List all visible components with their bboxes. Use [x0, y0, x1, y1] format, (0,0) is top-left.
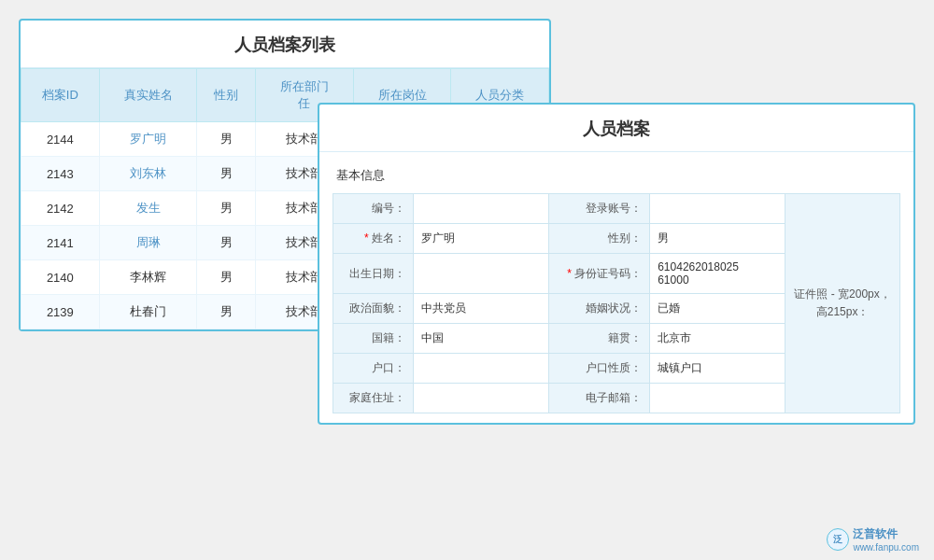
address-label: 家庭住址：	[333, 384, 414, 413]
cell-name[interactable]: 罗广明	[99, 122, 197, 157]
watermark-text: 泛普软件 www.fanpu.com	[853, 526, 919, 553]
id-label: 编号：	[333, 194, 414, 224]
cell-id: 2142	[21, 191, 100, 226]
watermark-logo: 泛	[827, 528, 849, 551]
name-value: 罗广明	[413, 224, 548, 254]
hukou-type-value: 城镇户口	[650, 354, 785, 384]
marital-value: 已婚	[650, 294, 785, 324]
cell-name[interactable]: 周琳	[99, 226, 197, 260]
col-header-gender: 性别	[197, 69, 256, 122]
detail-content: 基本信息 编号： 登录账号： 证件照 - 宽200px，高215px： 姓名： …	[319, 152, 913, 423]
photo-cell: 证件照 - 宽200px，高215px：	[785, 194, 900, 413]
hukou-type-label: 户口性质：	[548, 354, 649, 384]
cell-gender: 男	[197, 260, 256, 295]
login-value	[650, 194, 785, 224]
nation-value: 中国	[413, 324, 548, 354]
hukou-label: 户口：	[333, 354, 414, 384]
login-label: 登录账号：	[548, 194, 649, 224]
col-header-name: 真实姓名	[99, 69, 197, 122]
email-value	[650, 384, 785, 413]
watermark-brand: 泛普软件	[853, 526, 919, 542]
cell-id: 2139	[21, 295, 100, 329]
gender-label: 性别：	[548, 224, 649, 254]
cell-gender: 男	[197, 157, 256, 191]
marital-label: 婚姻状况：	[548, 294, 649, 324]
id-card-value: 610426201802561000	[650, 254, 785, 294]
cell-name: 李林辉	[99, 260, 197, 295]
cell-name: 杜春门	[99, 295, 197, 329]
list-panel-title: 人员档案列表	[21, 21, 549, 68]
cell-gender: 男	[197, 191, 256, 226]
id-value	[413, 194, 548, 224]
politics-value: 中共党员	[413, 294, 548, 324]
cell-id: 2143	[21, 157, 100, 191]
politics-label: 政治面貌：	[333, 294, 414, 324]
cell-gender: 男	[197, 122, 256, 157]
cell-gender: 男	[197, 295, 256, 329]
cell-gender: 男	[197, 226, 256, 260]
detail-panel: 人员档案 基本信息 编号： 登录账号： 证件照 - 宽200px，高215px：…	[318, 103, 915, 425]
hukou-value	[413, 354, 548, 384]
cell-name[interactable]: 发生	[99, 191, 197, 226]
nation-label: 国籍：	[333, 324, 414, 354]
cell-id: 2140	[21, 260, 100, 295]
photo-hint-text: 证件照 - 宽200px，高215px：	[794, 287, 890, 318]
detail-table: 编号： 登录账号： 证件照 - 宽200px，高215px： 姓名： 罗广明 性…	[333, 193, 900, 413]
native-value: 北京市	[650, 324, 785, 354]
address-value	[413, 384, 548, 413]
gender-value: 男	[650, 224, 785, 254]
cell-name[interactable]: 刘东林	[99, 157, 197, 191]
birth-label: 出生日期：	[333, 254, 414, 294]
email-label: 电子邮箱：	[548, 384, 649, 413]
detail-row-1: 编号： 登录账号： 证件照 - 宽200px，高215px：	[333, 194, 900, 224]
watermark: 泛 泛普软件 www.fanpu.com	[827, 526, 919, 553]
watermark-url: www.fanpu.com	[853, 542, 919, 553]
birth-value	[413, 254, 548, 294]
section-header: 基本信息	[333, 161, 900, 189]
native-label: 籍贯：	[548, 324, 649, 354]
name-label: 姓名：	[333, 224, 414, 254]
col-header-id: 档案ID	[21, 69, 100, 122]
detail-panel-title: 人员档案	[319, 105, 913, 152]
cell-id: 2141	[21, 226, 100, 260]
id-card-label: 身份证号码：	[548, 254, 649, 294]
cell-id: 2144	[21, 122, 100, 157]
watermark-logo-text: 泛	[833, 533, 842, 546]
